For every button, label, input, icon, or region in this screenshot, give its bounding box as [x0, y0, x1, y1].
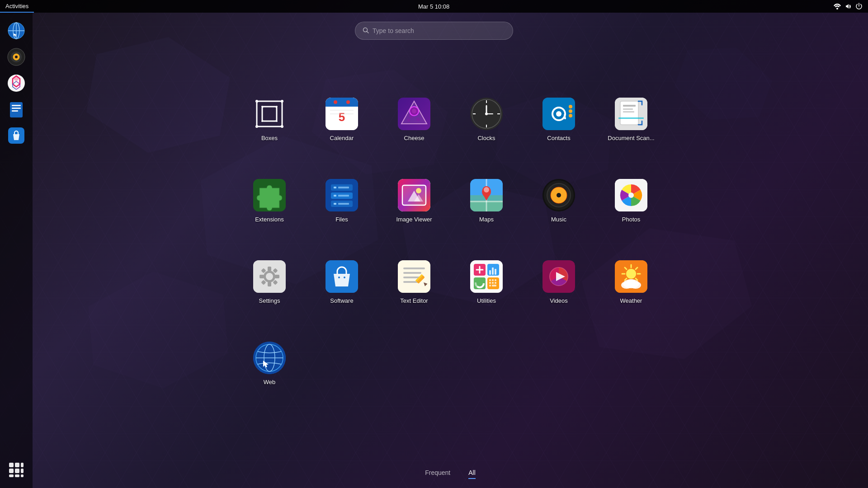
svg-point-108	[557, 193, 561, 197]
activities-button[interactable]: Activities	[0, 0, 34, 13]
app-cheese[interactable]: Cheese	[379, 90, 449, 149]
svg-rect-85	[338, 195, 349, 197]
app-photos-label: Photos	[622, 216, 640, 223]
svg-rect-82	[334, 187, 336, 188]
search-icon	[363, 27, 369, 35]
app-photos[interactable]: Photos	[596, 172, 666, 230]
network-icon[interactable]	[834, 3, 841, 10]
svg-rect-83	[338, 187, 349, 188]
app-software[interactable]: Software	[307, 253, 377, 311]
svg-rect-114	[268, 267, 271, 271]
sidebar-item-all-apps[interactable]	[5, 459, 27, 481]
app-files[interactable]: Files	[307, 172, 377, 230]
svg-rect-150	[495, 282, 496, 284]
app-extensions[interactable]: Extensions	[235, 172, 305, 230]
app-boxes[interactable]: Boxes	[235, 90, 305, 149]
app-web[interactable]: Web	[235, 334, 305, 393]
svg-text:5: 5	[339, 110, 345, 124]
app-music[interactable]: Music	[524, 172, 594, 230]
svg-rect-116	[259, 275, 264, 278]
sidebar-item-software-store[interactable]	[5, 125, 27, 146]
svg-point-12	[15, 56, 18, 58]
topbar-center: Mar 5 10:08	[34, 3, 834, 10]
sidebar	[0, 13, 33, 488]
volume-icon[interactable]	[844, 3, 852, 10]
svg-point-70	[569, 114, 572, 117]
tab-all[interactable]: All	[468, 469, 476, 479]
app-imageviewer-label: Image Viewer	[396, 216, 432, 223]
svg-rect-146	[492, 279, 494, 281]
app-texteditor[interactable]: Text Editor	[379, 253, 449, 311]
svg-point-68	[569, 105, 572, 108]
app-calendar-label: Calendar	[330, 135, 354, 141]
bottom-tabs: Frequent All	[33, 469, 868, 479]
svg-point-52	[416, 117, 420, 121]
apps-grid: Boxes 5 Calendar	[233, 90, 667, 416]
svg-point-36	[261, 106, 263, 108]
search-container: Type to search	[355, 22, 513, 40]
svg-rect-87	[338, 203, 349, 205]
svg-rect-129	[403, 281, 418, 283]
svg-rect-75	[623, 111, 634, 113]
svg-point-93	[416, 188, 421, 193]
app-boxes-label: Boxes	[261, 135, 278, 141]
app-imageviewer[interactable]: Image Viewer	[379, 172, 449, 230]
svg-rect-74	[623, 108, 633, 110]
app-texteditor-label: Text Editor	[400, 297, 428, 304]
sidebar-item-prism[interactable]	[5, 72, 27, 94]
app-calendar[interactable]: 5 Calendar	[307, 90, 377, 149]
app-docscan[interactable]: Document Scan...	[596, 90, 666, 149]
svg-rect-145	[489, 279, 491, 281]
sidebar-item-sound[interactable]	[5, 46, 27, 68]
svg-point-113	[266, 273, 273, 280]
app-clocks-label: Clocks	[477, 135, 495, 141]
svg-point-124	[344, 277, 345, 278]
svg-rect-25	[9, 474, 14, 477]
svg-point-0	[836, 8, 838, 9]
svg-point-123	[338, 277, 340, 278]
svg-rect-24	[21, 469, 24, 473]
topbar: Activities Mar 5 10:08	[0, 0, 868, 13]
svg-rect-16	[12, 108, 21, 109]
svg-rect-15	[12, 105, 21, 106]
svg-rect-22	[9, 469, 14, 473]
svg-point-38	[261, 120, 263, 122]
app-settings[interactable]: Settings	[235, 253, 305, 311]
svg-point-55	[412, 109, 416, 113]
svg-rect-141	[492, 267, 494, 275]
app-contacts-label: Contacts	[547, 135, 570, 141]
svg-point-37	[276, 106, 278, 108]
app-software-label: Software	[330, 297, 353, 304]
app-videos[interactable]: Videos	[524, 253, 594, 311]
svg-rect-30	[257, 101, 282, 127]
app-clocks[interactable]: Clocks	[452, 90, 522, 149]
svg-rect-140	[489, 270, 491, 275]
tab-frequent[interactable]: Frequent	[425, 469, 450, 479]
app-contacts[interactable]: Contacts	[524, 90, 594, 149]
svg-point-100	[484, 187, 489, 192]
svg-rect-31	[262, 107, 277, 121]
sidebar-item-notes[interactable]	[5, 99, 27, 120]
app-utilities[interactable]: Utilities	[452, 253, 522, 311]
svg-rect-76	[618, 117, 644, 119]
svg-point-43	[334, 100, 337, 104]
svg-point-110	[628, 192, 634, 198]
svg-rect-151	[489, 285, 491, 286]
svg-point-35	[281, 125, 283, 128]
svg-rect-84	[334, 195, 336, 197]
app-weather[interactable]: Weather	[596, 253, 666, 311]
svg-point-69	[569, 109, 572, 113]
search-bar[interactable]: Type to search	[355, 22, 513, 40]
power-icon[interactable]	[855, 3, 863, 10]
svg-rect-21	[21, 463, 24, 467]
svg-rect-27	[21, 474, 24, 477]
svg-point-53	[407, 119, 410, 122]
svg-rect-42	[326, 102, 358, 107]
svg-point-64	[485, 113, 488, 115]
app-music-label: Music	[551, 216, 566, 223]
sidebar-item-web-browser[interactable]	[5, 20, 27, 42]
topbar-right	[834, 3, 868, 10]
apps-container: Boxes 5 Calendar	[33, 45, 868, 461]
app-maps[interactable]: Maps	[452, 172, 522, 230]
svg-rect-152	[492, 285, 496, 286]
